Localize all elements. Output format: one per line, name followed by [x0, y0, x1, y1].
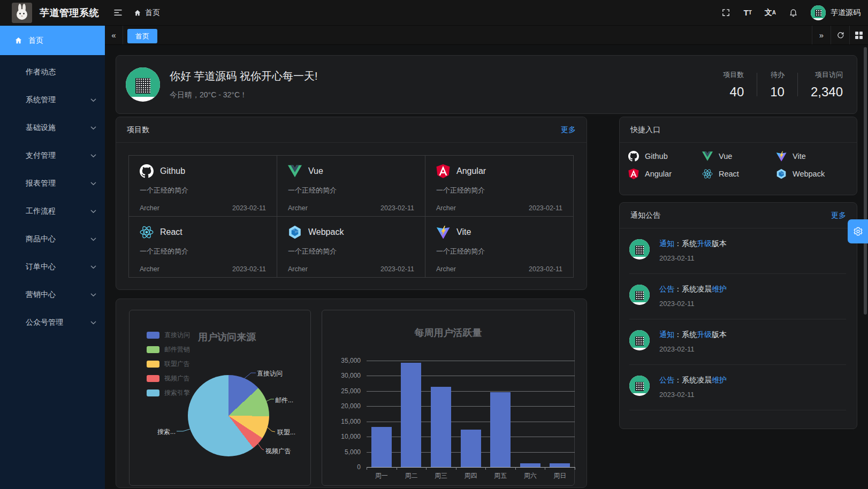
bar-周二[interactable]: [401, 363, 421, 467]
notice-item-2[interactable]: 公告：系统凌晨维护2023-02-11: [629, 274, 846, 319]
x-axis-label: 周三: [426, 471, 456, 480]
chevron-down-icon: [90, 320, 96, 326]
github-icon: [140, 164, 154, 178]
bar-周六[interactable]: [520, 463, 540, 468]
tabs-scroll-left-button[interactable]: «: [105, 26, 123, 44]
project-author: Archer: [140, 204, 159, 212]
notice-card: 通知公告 更多 通知：系统升级版本2023-02-11公告：系统凌晨维护2023…: [619, 202, 857, 429]
user-name: 芋道源码: [831, 8, 861, 18]
project-desc: 一个正经的简介: [140, 186, 266, 195]
github-icon: [628, 151, 639, 162]
breadcrumb[interactable]: 首页: [134, 8, 160, 18]
fullscreen-icon[interactable]: [721, 8, 730, 17]
notice-item-4[interactable]: 公告：系统凌晨维护2023-02-11: [629, 365, 846, 410]
sidebar-item-1[interactable]: 首页: [0, 26, 105, 55]
sidebar-item-4[interactable]: 基础设施: [0, 114, 105, 142]
chevron-down-icon: [90, 264, 96, 270]
legend-label: 邮件营销: [164, 345, 190, 354]
stat-divider: [797, 73, 798, 96]
project-author: Archer: [140, 265, 159, 273]
gridline: [367, 376, 575, 376]
bar-周日[interactable]: [550, 463, 570, 468]
app-logo[interactable]: [12, 3, 32, 23]
project-date: 2023-02-11: [232, 204, 266, 212]
x-axis-tick: [485, 467, 486, 470]
tags-view-bar: « 首页 »: [105, 26, 868, 45]
chevron-down-icon: [90, 125, 96, 131]
greeting-avatar: [126, 67, 160, 102]
notification-bell-icon[interactable]: [789, 8, 798, 17]
notice-item-1[interactable]: 通知：系统升级版本2023-02-11: [629, 228, 846, 274]
gridline: [367, 391, 575, 392]
quick-entry-angular[interactable]: Angular: [628, 169, 702, 179]
sidebar-item-6[interactable]: 报表管理: [0, 170, 105, 197]
tabs-menu-button[interactable]: [849, 26, 868, 44]
legend-item-2[interactable]: 邮件营销: [147, 345, 190, 354]
quick-entry-label: Github: [645, 152, 668, 161]
top-navbar: 芋道管理系统 首页 TT 文A 芋道源码: [0, 0, 868, 26]
stat-label: 项目数: [723, 70, 744, 80]
bar-周三[interactable]: [431, 387, 451, 467]
notice-item-3[interactable]: 通知：系统升级版本2023-02-11: [629, 319, 846, 365]
notice-body: 公告：系统凌晨维护2023-02-11: [659, 285, 727, 308]
bar-周一[interactable]: [371, 427, 392, 467]
bar-周五[interactable]: [490, 392, 511, 467]
project-card-vite[interactable]: Vite 一个正经的简介 Archer2023-02-11: [425, 216, 574, 278]
greeting-weather: 今日晴，20°C - 32°C！: [170, 90, 318, 100]
legend-item-1[interactable]: 直接访问: [147, 331, 190, 340]
sidebar-item-label: 营销中心: [26, 290, 56, 300]
sidebar-item-8[interactable]: 商品中心: [0, 225, 105, 253]
sidebar-item-label: 报表管理: [26, 179, 56, 188]
tabs-scroll-right-button[interactable]: »: [812, 26, 831, 44]
notice-date: 2023-02-11: [659, 345, 727, 353]
sidebar-item-9[interactable]: 订单中心: [0, 253, 105, 281]
project-desc: 一个正经的简介: [436, 186, 562, 195]
legend-item-3[interactable]: 联盟广告: [147, 360, 190, 369]
quick-entry-github[interactable]: Github: [628, 151, 702, 162]
quick-entry-vue[interactable]: Vue: [702, 151, 776, 162]
language-switch-icon[interactable]: 文A: [765, 8, 776, 18]
legend-label: 视频广告: [164, 374, 190, 383]
vue-icon: [288, 164, 302, 178]
y-axis-label: 5,000: [322, 448, 361, 456]
notice-title: 公告：系统凌晨维护: [659, 285, 727, 294]
sidebar-fold-icon[interactable]: [113, 7, 123, 18]
quick-entry-webpack[interactable]: Webpack: [776, 169, 850, 179]
user-menu[interactable]: 芋道源码: [811, 5, 861, 20]
theme-settings-button[interactable]: [848, 219, 868, 243]
bar-周四[interactable]: [461, 430, 481, 467]
breadcrumb-label: 首页: [145, 8, 160, 18]
legend-item-4[interactable]: 视频广告: [147, 374, 190, 383]
pie-chart[interactable]: [188, 375, 269, 456]
sidebar-item-10[interactable]: 营销中心: [0, 281, 105, 309]
project-card-vue[interactable]: Vue 一个正经的简介 Archer2023-02-11: [277, 155, 425, 217]
project-card-angular[interactable]: Angular 一个正经的简介 Archer2023-02-11: [425, 155, 574, 217]
sidebar-item-3[interactable]: 系统管理: [0, 86, 105, 114]
sidebar-item-label: 支付管理: [26, 151, 56, 161]
stat-value: 2,340: [811, 85, 843, 100]
project-card-react[interactable]: React 一个正经的简介 Archer2023-02-11: [128, 216, 277, 278]
chevron-down-icon: [90, 125, 96, 131]
projects-more-link[interactable]: 更多: [561, 125, 576, 135]
notice-more-link[interactable]: 更多: [831, 211, 846, 220]
refresh-page-button[interactable]: [831, 26, 849, 44]
quick-entry-label: Webpack: [793, 170, 825, 178]
project-author: Archer: [436, 265, 456, 273]
font-size-icon[interactable]: TT: [743, 8, 751, 17]
tab-首页[interactable]: 首页: [127, 29, 157, 43]
sidebar-item-2[interactable]: 作者动态: [0, 58, 105, 86]
quick-entry-label: Vue: [719, 152, 732, 161]
main-scrollbar-thumb[interactable]: [864, 47, 867, 315]
pie-label-5: 搜索...: [140, 427, 176, 437]
project-card-webpack[interactable]: Webpack 一个正经的简介 Archer2023-02-11: [277, 216, 425, 278]
quick-entry-vite[interactable]: Vite: [776, 151, 850, 162]
stat-value: 10: [770, 85, 785, 100]
sidebar-item-11[interactable]: 公众号管理: [0, 309, 105, 337]
chevron-down-icon: [90, 97, 96, 103]
quick-entry-react[interactable]: React: [702, 169, 776, 179]
project-card-github[interactable]: Github 一个正经的简介 Archer2023-02-11: [128, 155, 277, 217]
legend-item-5[interactable]: 搜索引擎: [147, 388, 190, 398]
projects-card-title: 项目数: [127, 125, 149, 135]
sidebar-item-7[interactable]: 工作流程: [0, 197, 105, 225]
sidebar-item-5[interactable]: 支付管理: [0, 142, 105, 170]
